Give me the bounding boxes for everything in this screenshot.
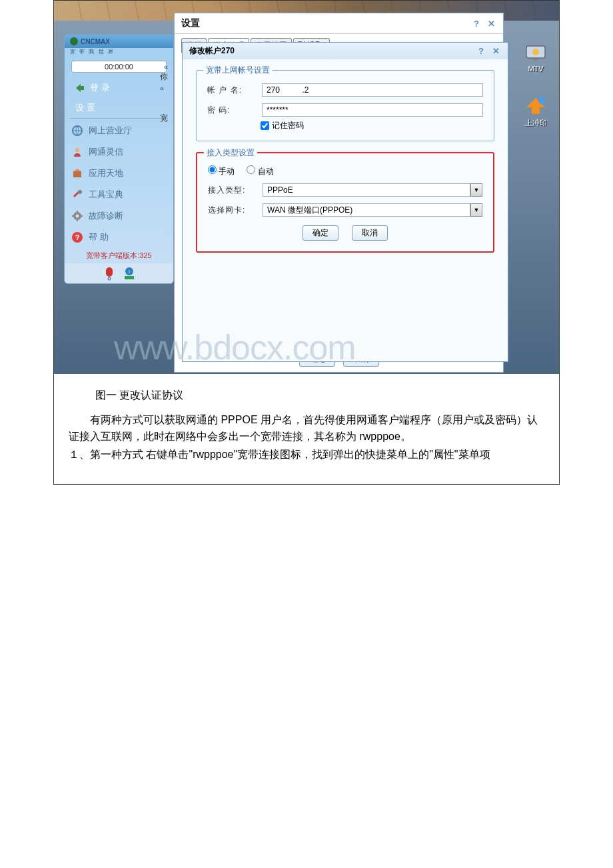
access-type-select[interactable] bbox=[263, 183, 470, 197]
sidebar-item-diagnose[interactable]: 故障诊断 bbox=[65, 205, 173, 227]
sidebar-item-lingxin[interactable]: 网通灵信 bbox=[65, 141, 173, 163]
desktop-icon-label: MTV bbox=[519, 65, 552, 73]
sidebar-footer: i bbox=[65, 263, 173, 283]
person-icon bbox=[71, 146, 83, 158]
document-text: 图一 更改认证协议 有两种方式可以获取网通的 PPPOE 用户名，首先得使用网通… bbox=[54, 374, 559, 484]
password-input[interactable] bbox=[262, 103, 483, 117]
desktop-icon-mtv[interactable]: MTV bbox=[519, 41, 552, 73]
desktop-icon-label: 上冲印 bbox=[519, 118, 552, 128]
svg-rect-13 bbox=[81, 215, 83, 217]
svg-rect-11 bbox=[77, 219, 78, 221]
close-button[interactable]: ✕ bbox=[490, 46, 501, 57]
svg-point-1 bbox=[532, 49, 539, 55]
sidebar-item-apps[interactable]: 应用天地 bbox=[65, 163, 173, 184]
nic-dropdown-button[interactable]: ▼ bbox=[470, 203, 482, 217]
edge-text: 宽 bbox=[160, 113, 168, 124]
gear-icon bbox=[71, 210, 83, 222]
cnc-badge-icon: i bbox=[122, 266, 137, 281]
divider bbox=[70, 118, 168, 119]
access-legend: 接入类型设置 bbox=[204, 147, 257, 159]
svg-point-5 bbox=[75, 148, 79, 152]
login-icon bbox=[74, 82, 86, 94]
svg-text:?: ? bbox=[75, 233, 80, 241]
login-button[interactable]: 登 录 « bbox=[71, 79, 167, 97]
radio-auto-wrap[interactable]: 自动 bbox=[247, 165, 273, 177]
svg-rect-20 bbox=[125, 276, 134, 279]
modify-titlebar: 修改帐户270 ? ✕ bbox=[183, 43, 508, 59]
logo-icon bbox=[70, 37, 78, 45]
svg-rect-10 bbox=[77, 211, 78, 213]
close-button[interactable]: ✕ bbox=[486, 18, 496, 29]
account-legend: 宽带上网帐号设置 bbox=[203, 65, 273, 76]
help-button[interactable]: ? bbox=[476, 46, 486, 57]
tool-icon bbox=[71, 189, 83, 201]
modify-account-dialog: 修改帐户270 ? ✕ 宽带上网帐号设置 帐 户 名: 密 码: bbox=[182, 42, 508, 362]
olympic-icon bbox=[102, 266, 117, 281]
sidebar-item-help[interactable]: ? 帮 助 bbox=[65, 227, 173, 248]
svg-rect-16 bbox=[106, 267, 113, 277]
radio-auto[interactable] bbox=[247, 165, 255, 174]
sidebar-item-tools[interactable]: 工具宝典 bbox=[65, 184, 173, 205]
modify-cancel-button[interactable]: 取消 bbox=[352, 225, 388, 241]
upload-icon bbox=[524, 94, 548, 118]
svg-rect-6 bbox=[73, 171, 81, 177]
sidebar-header: CNCMAX bbox=[65, 35, 173, 48]
mtv-icon bbox=[524, 41, 548, 65]
screenshot-area: MTV 上冲印 设置 ? ✕ 常规 帐户管理 全局设置 DHCP+ bbox=[54, 1, 559, 374]
svg-point-17 bbox=[108, 277, 111, 280]
figure-caption: 图一 更改认证协议 bbox=[95, 389, 544, 403]
svg-point-3 bbox=[538, 97, 545, 104]
paragraph: １、第一种方式 右键单击"rwpppoe"宽带连接图标，找到弹出的快捷菜单上的"… bbox=[69, 447, 544, 463]
nic-label: 选择网卡: bbox=[208, 205, 255, 216]
cncmax-sidebar: CNCMAX 宽 带 我 世 界 00:00:00 « 登 录 « 设 置 bbox=[64, 34, 174, 284]
settings-titlebar: 设置 ? ✕ bbox=[175, 13, 503, 34]
svg-rect-2 bbox=[533, 59, 538, 61]
remember-password-label: 记住密码 bbox=[272, 120, 304, 131]
settings-title-text: 设置 bbox=[181, 17, 200, 29]
version-text: 宽带客户端版本:325 bbox=[65, 248, 173, 263]
paragraph: 有两种方式可以获取网通的 PPPOE 用户名，首先得使用网通客户端程序（原用户或… bbox=[69, 412, 544, 445]
timer-display: 00:00:00 « bbox=[71, 61, 167, 73]
brand-subtext: 宽 带 我 世 界 bbox=[65, 48, 173, 57]
svg-point-9 bbox=[76, 215, 79, 218]
collapse-button[interactable]: « bbox=[164, 63, 168, 71]
radio-manual[interactable] bbox=[208, 165, 217, 174]
password-label: 密 码: bbox=[207, 105, 254, 116]
svg-point-7 bbox=[78, 190, 82, 194]
box-icon bbox=[71, 167, 83, 179]
brand-text: CNCMAX bbox=[81, 38, 110, 45]
desktop-icon-upload[interactable]: 上冲印 bbox=[519, 94, 552, 128]
username-input[interactable] bbox=[262, 83, 483, 97]
svg-rect-12 bbox=[72, 215, 74, 217]
collapse-button[interactable]: « bbox=[160, 84, 164, 92]
radio-manual-wrap[interactable]: 手动 bbox=[208, 165, 235, 177]
account-fieldset: 宽带上网帐号设置 帐 户 名: 密 码: 记住密码 bbox=[196, 70, 494, 141]
remember-password-checkbox[interactable] bbox=[261, 121, 269, 130]
nic-select[interactable] bbox=[263, 203, 470, 217]
access-type-label: 接入类型: bbox=[208, 185, 255, 196]
access-type-dropdown-button[interactable]: ▼ bbox=[470, 183, 482, 197]
username-label: 帐 户 名: bbox=[207, 85, 254, 96]
modify-title-text: 修改帐户270 bbox=[189, 45, 235, 57]
help-button[interactable]: ? bbox=[471, 18, 482, 29]
settings-button[interactable]: 设 置 bbox=[65, 99, 173, 117]
globe-icon bbox=[71, 125, 83, 137]
access-fieldset: 接入类型设置 手动 自动 接入类型: ▼ 选择网卡: ▼ bbox=[196, 152, 494, 253]
modify-ok-button[interactable]: 确定 bbox=[303, 225, 338, 241]
sidebar-item-online-hall[interactable]: 网上营业厅 bbox=[65, 120, 173, 141]
help-icon: ? bbox=[71, 231, 83, 243]
edge-text: 你 bbox=[160, 71, 168, 83]
